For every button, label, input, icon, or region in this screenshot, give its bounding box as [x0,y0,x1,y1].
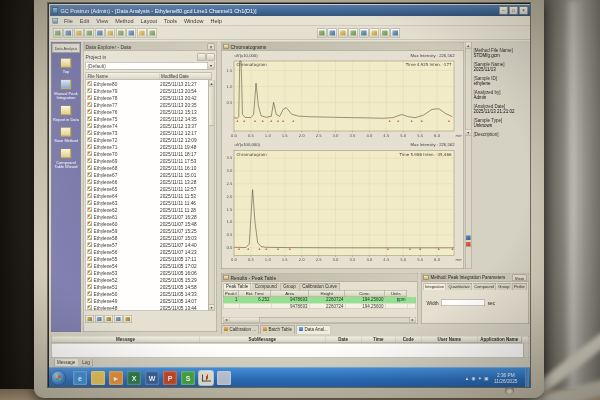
copy-icon[interactable] [106,28,116,37]
data-explorer-header[interactable]: Data Explorer - Data × [84,43,217,52]
title-bar[interactable]: GC Postrun (Admin) - [Data Analysis - Et… [50,5,530,16]
file-row[interactable]: Ethylene752025/11/12 14:35 [86,115,208,122]
show-desktop-button[interactable] [525,368,529,388]
tab-data-anal[interactable]: Data Anal... [296,325,331,334]
project-settings-button[interactable] [207,54,215,61]
assistant-item-report-in-data[interactable]: Report in Data [53,106,80,122]
tab-peak-table[interactable]: Peak Table [223,283,251,290]
start-button[interactable] [51,370,66,385]
minimize-button[interactable]: – [499,7,508,15]
chromatograms-header[interactable]: Chromatograms [222,43,464,52]
file-row[interactable]: Ethylene552025/11/05 17:11 [86,255,208,262]
peak-table-icon[interactable] [127,28,137,37]
file-row[interactable]: Ethylene672025/11/11 15:01 [86,171,208,178]
chart-tool-icon[interactable] [466,236,471,241]
column-user-name[interactable]: User Name [422,337,478,344]
column-peak[interactable]: Peak# [223,290,239,297]
search-icon[interactable] [85,28,95,37]
file-row[interactable]: Ethylene742025/11/12 13:37 [86,122,208,129]
tray-icon[interactable]: ◉ [472,375,476,380]
compare-icon[interactable] [370,28,380,37]
column-ret-time[interactable]: Ret. Time [239,290,271,297]
scroll-right-icon[interactable]: ► [410,318,416,323]
menu-help[interactable]: Help [207,18,225,24]
excel-icon[interactable]: X [127,371,141,385]
tab-perfor[interactable]: Perfor [512,283,527,290]
menu-edit[interactable]: Edit [76,18,92,24]
file-row[interactable]: Ethylene762025/11/12 15:13 [86,108,208,115]
column-code[interactable]: Code [396,337,422,344]
chromatogram-plot-bottom[interactable]: 0.00.51.01.52.02.53.03.54.04.55.05.56.0m… [223,148,462,264]
chromatogram-view-icon[interactable] [338,28,348,37]
file-row[interactable]: Ethylene692025/11/11 17:53 [86,157,208,164]
file-explorer-icon[interactable] [91,371,105,385]
data-explorer-close-button[interactable]: × [208,43,215,50]
file-row[interactable]: Ethylene592025/11/07 15:25 [86,227,208,234]
width-input[interactable] [441,300,485,307]
tab-group[interactable]: Group [280,283,299,290]
file-row[interactable]: Ethylene542025/11/05 17:02 [86,262,208,269]
column-submessage[interactable]: SubMessage [200,337,326,344]
list-view-icon[interactable] [114,315,123,323]
menu-tools[interactable]: Tools [161,18,181,24]
taskbar-clock[interactable]: 2:36 PM 11/26/2025 [494,372,517,383]
tab-calibration[interactable]: Calibration ... [221,325,259,334]
refresh-icon[interactable] [105,315,114,323]
help-icon[interactable] [148,28,158,37]
method-header[interactable]: Method: Peak Integration Parameters View [422,274,529,283]
file-row[interactable]: Ethylene642025/11/11 11:53 [86,192,208,199]
assistant-item-manual-peak-integration[interactable]: Manual Peak Integration [53,80,80,101]
file-row[interactable]: Ethylene702025/11/11 18:17 [86,150,208,157]
chart-scroll-up-icon[interactable]: ▲ [466,43,472,50]
file-row[interactable]: Ethylene522025/11/05 15:29 [86,276,208,283]
postrun-icon[interactable] [199,371,213,385]
tab-log[interactable]: Log [79,359,93,367]
column-conc[interactable]: Conc. [345,290,385,297]
word-icon[interactable]: W [145,371,159,385]
powerpoint-icon[interactable]: P [163,371,177,385]
column-height[interactable]: Height [309,290,345,297]
menu-layout[interactable]: Layout [137,18,161,24]
menu-view[interactable]: View [93,18,112,24]
cut-icon[interactable] [95,28,105,37]
report-icon[interactable] [137,28,147,37]
new-data-icon[interactable] [86,315,95,323]
save-icon[interactable] [64,28,74,37]
tray-icon[interactable]: ▣ [484,375,488,380]
assistant-item-top[interactable]: Top [53,58,80,74]
tray-icon[interactable]: ✦ [478,375,482,380]
file-list-scrollbar[interactable]: ▲ ▼ [209,80,215,311]
results-header[interactable]: Results - Peak Table [222,274,418,283]
peak-table-hscrollbar[interactable]: ◄ ► [223,317,416,323]
tab-quantitative[interactable]: Quantitative [446,283,471,290]
tab-group[interactable]: Group [496,283,511,290]
file-row[interactable]: Ethylene782025/11/13 20:42 [86,94,208,101]
file-row[interactable]: Ethylene492025/11/05 14:07 [86,297,208,304]
column-file-name[interactable]: File Name [86,73,160,81]
file-row[interactable]: Ethylene582025/11/07 15:03 [86,234,208,241]
file-row[interactable]: Ethylene502025/11/05 14:33 [86,290,208,297]
close-button[interactable]: × [519,7,528,15]
file-row[interactable]: Ethylene722025/11/12 12:09 [86,136,208,143]
column-time[interactable]: Time [362,337,396,344]
media-player-icon[interactable]: ► [109,371,123,385]
file-row[interactable]: Ethylene802025/11/13 21:27 [86,80,208,87]
file-row[interactable]: Ethylene512025/11/05 14:58 [86,283,208,290]
assistant-item-save-method[interactable]: Save Method [53,127,80,143]
paste-icon[interactable] [116,28,126,37]
message-log-scrollbar[interactable] [523,344,529,358]
tab-batch-table[interactable]: Batch Table [260,325,295,334]
file-row[interactable]: Ethylene482025/11/05 13:44 [86,304,208,311]
labsolutions-icon[interactable]: S [181,371,195,385]
menu-window[interactable]: Window [180,18,207,24]
column-message[interactable]: Message [52,337,200,344]
tab-calibration-curve[interactable]: Calibration Curve [299,283,340,290]
menu-method[interactable]: Method [112,18,137,24]
tab-message[interactable]: Message [54,359,78,367]
tray-icon[interactable]: ▲ [465,375,469,380]
tab-compound[interactable]: Compound [252,283,280,290]
method-view-button[interactable]: View [512,274,526,281]
realtime-monitor-icon[interactable] [217,371,231,385]
file-row[interactable]: Ethylene772025/11/13 20:35 [86,101,208,108]
print-icon[interactable] [74,28,84,37]
